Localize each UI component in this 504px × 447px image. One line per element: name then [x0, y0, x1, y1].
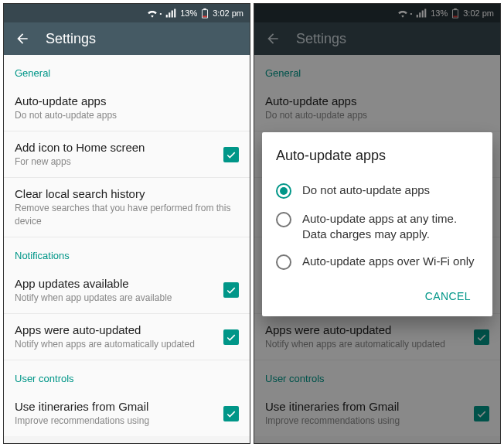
battery-icon [201, 8, 209, 19]
wifi-icon [147, 9, 158, 18]
battery-percent: 13% [180, 9, 197, 18]
item-title: Auto-update apps [15, 94, 239, 107]
item-subtitle: For new apps [15, 155, 216, 168]
auto-update-dialog: Auto-update apps Do not auto-update apps… [262, 132, 492, 316]
settings-screen-dialog: • 13% 3:02 pm Settings General Auto-upda… [254, 3, 501, 444]
checkbox-checked[interactable] [223, 329, 239, 345]
item-subtitle: Do not auto-update apps [15, 109, 239, 121]
item-add-icon[interactable]: Add icon to Home screen For new apps [4, 131, 250, 178]
svg-rect-1 [203, 16, 207, 18]
cancel-button[interactable]: CANCEL [417, 284, 478, 309]
item-subtitle: Notify when app updates are available [15, 292, 216, 304]
item-auto-updated[interactable]: Apps were auto-updated Notify when apps … [4, 314, 250, 360]
item-subtitle: Improve recommendations using [15, 415, 216, 427]
settings-list: General Auto-update apps Do not auto-upd… [4, 55, 250, 436]
status-bar: • 13% 3:02 pm [4, 4, 250, 22]
item-updates-available[interactable]: App updates available Notify when app up… [4, 268, 250, 314]
item-subtitle: Remove searches that you have performed … [15, 202, 239, 227]
app-bar: Settings [4, 22, 250, 55]
radio-unselected-icon [276, 254, 291, 270]
page-title: Settings [46, 31, 96, 47]
checkbox-checked[interactable] [223, 282, 239, 298]
radio-unselected-icon [276, 212, 291, 227]
item-title: Clear local search history [15, 187, 239, 200]
item-title: Use itineraries from Gmail [15, 400, 216, 413]
item-subtitle: Notify when apps are automatically updat… [15, 338, 216, 350]
wifi-dot-icon: • [159, 10, 162, 17]
svg-rect-0 [204, 9, 207, 10]
checkbox-checked[interactable] [223, 406, 239, 421]
back-icon[interactable] [15, 31, 30, 46]
checkbox-checked[interactable] [223, 147, 239, 162]
section-user-controls: User controls [4, 360, 250, 391]
item-title: Add icon to Home screen [15, 141, 216, 154]
item-clear-search[interactable]: Clear local search history Remove search… [4, 178, 250, 237]
item-title: App updates available [15, 277, 216, 290]
radio-option-wifi-only[interactable]: Auto-update apps over Wi-Fi only [276, 247, 478, 276]
radio-label: Auto-update apps over Wi-Fi only [302, 254, 475, 269]
dialog-actions: CANCEL [276, 284, 478, 309]
radio-option-do-not[interactable]: Do not auto-update apps [276, 176, 478, 205]
radio-label: Do not auto-update apps [302, 183, 430, 198]
dialog-title: Auto-update apps [276, 148, 478, 164]
radio-option-any-time[interactable]: Auto-update apps at any time. Data charg… [276, 205, 478, 247]
signal-icon [165, 9, 176, 18]
clock: 3:02 pm [213, 9, 243, 18]
item-auto-update[interactable]: Auto-update apps Do not auto-update apps [4, 85, 250, 131]
settings-screen: • 13% 3:02 pm Settings General Auto-upda… [3, 3, 250, 444]
item-title: Apps were auto-updated [15, 323, 216, 336]
section-notifications: Notifications [4, 237, 250, 268]
section-general: General [4, 55, 250, 85]
item-itineraries[interactable]: Use itineraries from Gmail Improve recom… [4, 391, 250, 436]
radio-label: Auto-update apps at any time. Data charg… [302, 211, 478, 241]
radio-selected-icon [276, 183, 291, 199]
